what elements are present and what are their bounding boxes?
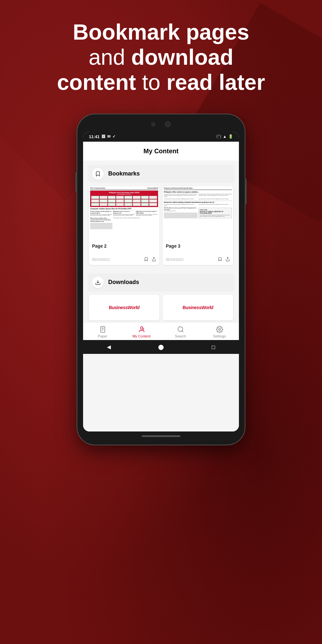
- app-screen: My Content Bookmarks: [83, 142, 239, 431]
- search-nav-icon: [177, 326, 184, 333]
- status-left: 11:41 🖼 ✉ ✓: [89, 134, 116, 139]
- bookmarks-section-header: Bookmarks: [88, 165, 234, 183]
- card-1-share-icon[interactable]: [152, 257, 156, 262]
- back-button[interactable]: ◀: [107, 344, 111, 350]
- card-2-thumbnail: Property & Infrastructure/Corporate News…: [163, 186, 233, 241]
- card-1-page-label: Page 2: [92, 243, 156, 249]
- card-1-date: 05/24/2022: [92, 258, 110, 261]
- phone-screen: 11:41 🖼 ✉ ✓ 📳 ▲ 🔋 My Content: [83, 132, 239, 431]
- nav-item-my-content[interactable]: My Content: [130, 326, 153, 338]
- battery-status-icon: 🔋: [228, 134, 233, 139]
- status-time: 11:41: [89, 134, 99, 139]
- card-2-date: 05/24/2022: [166, 258, 184, 261]
- card-2-footer: 05/24/2022: [166, 255, 230, 262]
- hero-section: Bookmark pages and download content to r…: [0, 0, 322, 108]
- bookmark-card-2[interactable]: Property & Infrastructure/Corporate News…: [163, 186, 233, 265]
- newspaper-page3: Property & Infrastructure/Corporate News…: [163, 186, 233, 241]
- hero-line1: Bookmark pages: [73, 20, 249, 44]
- svg-point-10: [219, 328, 221, 330]
- svg-point-8: [178, 327, 183, 331]
- card-2-share-icon[interactable]: [225, 257, 230, 262]
- card-1-bookmark-icon[interactable]: [144, 257, 148, 262]
- nav-item-paper[interactable]: Paper: [91, 326, 114, 338]
- nav-item-settings[interactable]: Settings: [208, 326, 231, 338]
- hero-line2: and download: [89, 45, 233, 69]
- businessworld-logo-2: BusinessWorld: [183, 305, 213, 310]
- businessworld-logo-1: BusinessWorld: [109, 305, 139, 310]
- newspaper-page2: 2/21 | Corporate News BusinessWorld Phil…: [89, 186, 159, 241]
- vibrate-status-icon: 📳: [216, 134, 221, 139]
- phone-mockup-container: 11:41 🖼 ✉ ✓ 📳 ▲ 🔋 My Content: [0, 114, 322, 445]
- photo-status-icon: 🖼: [101, 134, 105, 139]
- hero-line3: content to read later: [57, 70, 265, 94]
- card-2-page-label: Page 3: [166, 243, 230, 249]
- home-indicator: [83, 431, 239, 439]
- card-1-footer: 05/24/2022: [92, 255, 156, 262]
- downloads-title: Downloads: [108, 279, 139, 286]
- card-2-actions: [218, 257, 230, 262]
- check-status-icon: ✓: [112, 134, 116, 139]
- home-button[interactable]: ⬤: [158, 344, 164, 350]
- bookmarks-cards-grid: 2/21 | Corporate News BusinessWorld Phil…: [88, 186, 234, 265]
- downloads-section-header: Downloads: [88, 273, 234, 291]
- home-pill[interactable]: [142, 435, 180, 437]
- bookmarks-title: Bookmarks: [108, 170, 140, 177]
- nav-item-search[interactable]: Search: [169, 326, 192, 338]
- card-2-info: Page 3 05/24/2022: [163, 241, 233, 265]
- volume-button: [75, 172, 77, 192]
- card-1-thumbnail: 2/21 | Corporate News BusinessWorld Phil…: [89, 186, 159, 241]
- recent-apps-button[interactable]: ◻: [211, 344, 215, 350]
- wifi-status-icon: ▲: [223, 134, 227, 139]
- nav-label-search: Search: [175, 334, 186, 338]
- card-2-bookmark-icon[interactable]: [218, 257, 222, 262]
- card-1-info: Page 2 05/24/2022: [89, 241, 159, 265]
- phone-mockup: 11:41 🖼 ✉ ✓ 📳 ▲ 🔋 My Content: [77, 114, 245, 445]
- nav-label-my-content: My Content: [132, 334, 150, 338]
- mail-status-icon: ✉: [107, 134, 110, 139]
- paper-nav-icon: [99, 326, 106, 333]
- status-bar: 11:41 🖼 ✉ ✓ 📳 ▲ 🔋: [83, 132, 239, 142]
- camera-dot: [165, 121, 171, 127]
- my-content-nav-icon: [138, 326, 145, 333]
- card-1-actions: [144, 257, 156, 262]
- nav-label-settings: Settings: [213, 334, 226, 338]
- system-nav-bar: ◀ ⬤ ◻: [83, 340, 239, 354]
- phone-top-bar: [83, 120, 239, 128]
- app-header: My Content: [83, 142, 239, 161]
- download-card-1[interactable]: BusinessWorld: [89, 295, 159, 320]
- download-section-icon: [92, 277, 104, 288]
- status-right: 📳 ▲ 🔋: [216, 134, 233, 139]
- svg-line-9: [182, 331, 183, 332]
- bookmark-card-1[interactable]: 2/21 | Corporate News BusinessWorld Phil…: [89, 186, 159, 265]
- bookmarks-section: Bookmarks 2/21 | Corporate News Business…: [83, 161, 239, 267]
- nav-label-paper: Paper: [98, 334, 107, 338]
- settings-nav-icon: [216, 326, 223, 333]
- downloads-section: Downloads BusinessWorld BusinessWorld: [83, 270, 239, 322]
- downloads-cards-grid: BusinessWorld BusinessWorld: [88, 295, 234, 320]
- app-header-title: My Content: [144, 147, 179, 155]
- bottom-nav: Paper My Content: [83, 322, 239, 340]
- power-button: [245, 179, 247, 204]
- download-card-2[interactable]: BusinessWorld: [163, 295, 233, 320]
- bookmark-section-icon: [92, 168, 104, 180]
- speaker-dot: [151, 122, 155, 126]
- svg-point-7: [140, 327, 143, 329]
